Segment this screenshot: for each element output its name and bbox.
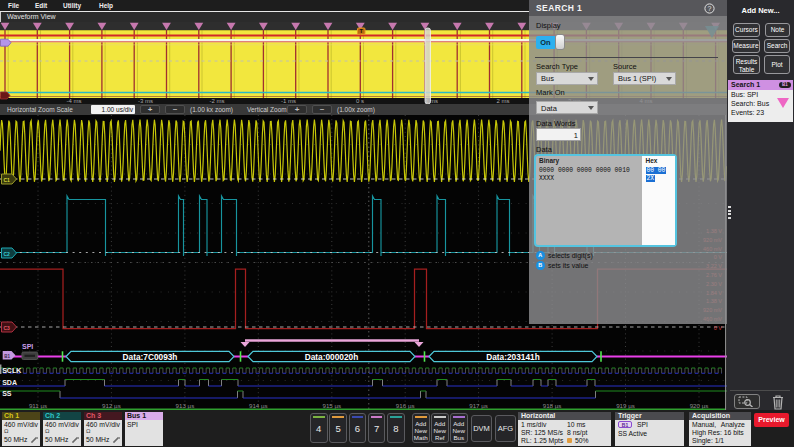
svg-text:SS: SS xyxy=(2,390,12,397)
svg-text:916 µs: 916 µs xyxy=(396,402,415,409)
svg-text:917 µs: 917 µs xyxy=(469,402,488,409)
svg-text:915 µs: 915 µs xyxy=(322,402,341,409)
svg-text:C2: C2 xyxy=(4,251,11,257)
svg-text:?: ? xyxy=(708,5,712,12)
svg-text:911 µs: 911 µs xyxy=(29,402,47,409)
svg-text:2 ms: 2 ms xyxy=(496,97,509,103)
svg-text:-1 ms: -1 ms xyxy=(281,97,296,103)
svg-text:C1: C1 xyxy=(4,177,11,183)
svg-text:914 µs: 914 µs xyxy=(249,402,268,409)
svg-text:-3 ms: -3 ms xyxy=(138,97,153,103)
svg-text:Data:203141h: Data:203141h xyxy=(486,352,540,362)
svg-text:-2 ms: -2 ms xyxy=(210,97,225,103)
svg-text:912 µs: 912 µs xyxy=(102,402,121,409)
svg-text:-4 ms: -4 ms xyxy=(67,97,82,103)
svg-text:920 µs: 920 µs xyxy=(690,402,709,409)
svg-text:SDA: SDA xyxy=(2,379,17,386)
svg-text:SCLK: SCLK xyxy=(2,367,21,374)
svg-text:918 µs: 918 µs xyxy=(543,402,562,409)
svg-text:913 µs: 913 µs xyxy=(176,402,195,409)
svg-text:SPI: SPI xyxy=(22,343,33,350)
svg-text:0 s: 0 s xyxy=(356,97,364,103)
svg-text:919 µs: 919 µs xyxy=(616,402,635,409)
svg-text:Data:000020h: Data:000020h xyxy=(305,352,359,362)
svg-text:0 V: 0 V xyxy=(714,325,723,331)
svg-text:Data:7C0093h: Data:7C0093h xyxy=(123,352,178,362)
svg-text:C3: C3 xyxy=(4,325,11,331)
svg-text:B1: B1 xyxy=(4,354,10,359)
